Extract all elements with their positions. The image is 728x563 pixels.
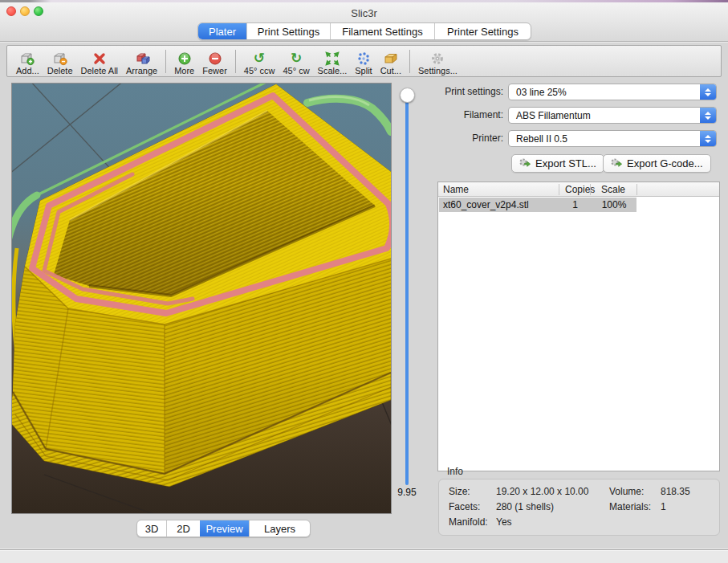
materials-value: 1 [661, 501, 666, 512]
settings-button[interactable]: Settings... [414, 47, 462, 75]
print-settings-select[interactable]: 03 line 25% [508, 84, 717, 100]
cut-label: Cut... [380, 66, 401, 75]
printer-value: Rebell II 0.5 [516, 133, 567, 145]
more-button[interactable]: More [170, 47, 198, 75]
tab-layers[interactable]: Layers [249, 520, 310, 536]
scale-label: Scale... [318, 66, 348, 75]
objects-table: Name Copies Scale xt60_cover_v2p4.stl 1 … [437, 182, 720, 471]
manifold-label: Manifold: [449, 516, 488, 528]
layer-slider-track[interactable] [405, 97, 409, 485]
facets-label: Facets: [449, 501, 480, 512]
settings-label: Settings... [418, 66, 458, 75]
split-dots-icon [356, 51, 371, 66]
cell-scale: 100% [591, 199, 637, 210]
tab-preview[interactable]: Preview [200, 520, 249, 536]
table-row[interactable]: xt60_cover_v2p4.stl 1 100% [439, 198, 636, 212]
window-title: Slic3r [0, 7, 728, 19]
arrange-label: Arrange [126, 66, 157, 75]
column-divider[interactable] [590, 184, 591, 195]
tab-3d[interactable]: 3D [137, 520, 166, 536]
delete-button[interactable]: Delete [43, 47, 77, 75]
column-divider[interactable] [559, 184, 559, 195]
minus-circle-icon [208, 51, 222, 66]
export-gcode-button[interactable]: Export G-code... [603, 154, 711, 173]
info-group: Size: 19.20 x 12.00 x 10.00 Volume: 818.… [438, 479, 720, 536]
export-stl-button[interactable]: Export STL... [511, 154, 604, 173]
rotate-ccw-button[interactable]: ↺ 45° ccw [240, 47, 279, 75]
cell-name: xt60_cover_v2p4.stl [443, 199, 529, 210]
cubes-icon [134, 51, 150, 66]
box-remove-icon [52, 51, 68, 66]
plater-toolbar: Add... Delete [6, 45, 722, 77]
red-x-icon [92, 51, 107, 66]
rotate-ccw-label: 45° ccw [244, 66, 275, 75]
slic3r-window: Slic3r Plater Print Settings Filament Se… [0, 0, 728, 563]
cut-button[interactable]: Cut... [376, 47, 405, 75]
tab-filament-settings[interactable]: Filament Settings [330, 23, 434, 39]
col-name[interactable]: Name [443, 184, 469, 195]
arrange-button[interactable]: Arrange [122, 47, 161, 75]
info-group-title: Info [447, 466, 463, 477]
delete-all-button[interactable]: Delete All [77, 47, 122, 75]
tab-printer-settings[interactable]: Printer Settings [434, 23, 531, 39]
view-mode-tabbar: 3D 2D Preview Layers [136, 520, 311, 537]
toolbar-separator [235, 50, 236, 73]
layer-slider-value: 9.95 [392, 487, 421, 498]
volume-label: Volume: [609, 486, 644, 497]
plater-pane: Add... Delete [0, 43, 728, 549]
layer-slider-thumb[interactable] [400, 88, 415, 103]
objects-table-header: Name Copies Scale [438, 182, 719, 197]
manifold-value: Yes [496, 516, 512, 528]
filament-label: Filament: [437, 109, 503, 120]
delete-label: Delete [47, 66, 73, 75]
split-button[interactable]: Split [351, 47, 376, 75]
print-settings-value: 03 line 25% [516, 87, 567, 98]
col-scale[interactable]: Scale [601, 184, 625, 195]
add-label: Add... [16, 66, 39, 75]
combo-stepper-icon [700, 131, 716, 146]
facets-value: 280 (1 shells) [496, 501, 554, 512]
tab-2d[interactable]: 2D [166, 520, 200, 536]
tab-print-settings[interactable]: Print Settings [246, 23, 330, 39]
titlebar: Slic3r Plater Print Settings Filament Se… [0, 2, 728, 42]
printer-select[interactable]: Rebell II 0.5 [508, 130, 717, 147]
tab-plater[interactable]: Plater [198, 23, 246, 39]
toolbar-separator [409, 50, 410, 73]
rotate-cw-icon: ↻ [291, 51, 302, 66]
scale-arrows-icon [325, 51, 340, 66]
col-copies[interactable]: Copies [565, 184, 590, 195]
delete-all-label: Delete All [81, 66, 118, 75]
rotate-ccw-icon: ↺ [254, 51, 265, 66]
export-gear-arrow-icon [519, 157, 531, 170]
fewer-label: Fewer [202, 66, 227, 75]
cut-box-icon [383, 51, 399, 66]
rotate-cw-label: 45° cw [283, 66, 309, 75]
main-tabbar: Plater Print Settings Filament Settings … [197, 22, 531, 40]
column-divider[interactable] [636, 184, 637, 195]
preview-3d-canvas[interactable] [11, 83, 392, 514]
combo-stepper-icon [700, 108, 716, 123]
print-settings-label: Print settings: [437, 86, 503, 97]
more-label: More [174, 66, 194, 75]
materials-label: Materials: [609, 501, 651, 512]
add-button[interactable]: Add... [12, 47, 43, 75]
rotate-cw-button[interactable]: ↻ 45° cw [279, 47, 313, 75]
size-value: 19.20 x 12.00 x 10.00 [496, 486, 588, 497]
export-gcode-label: Export G-code... [627, 157, 703, 169]
status-bar [0, 549, 728, 563]
toolbar-separator [165, 50, 166, 73]
volume-value: 818.35 [661, 486, 690, 497]
split-label: Split [355, 66, 372, 75]
cell-copies: 1 [559, 199, 591, 210]
box-add-icon [19, 51, 35, 66]
scale-button[interactable]: Scale... [314, 47, 352, 75]
plus-circle-icon [177, 51, 192, 66]
printer-label: Printer: [437, 133, 503, 144]
fewer-button[interactable]: Fewer [198, 47, 231, 75]
export-gear-arrow-icon [611, 157, 623, 170]
export-stl-label: Export STL... [535, 157, 596, 169]
size-label: Size: [449, 486, 470, 497]
combo-stepper-icon [700, 84, 716, 100]
filament-select[interactable]: ABS Fillamentum [508, 107, 717, 124]
gear-icon [430, 51, 445, 66]
